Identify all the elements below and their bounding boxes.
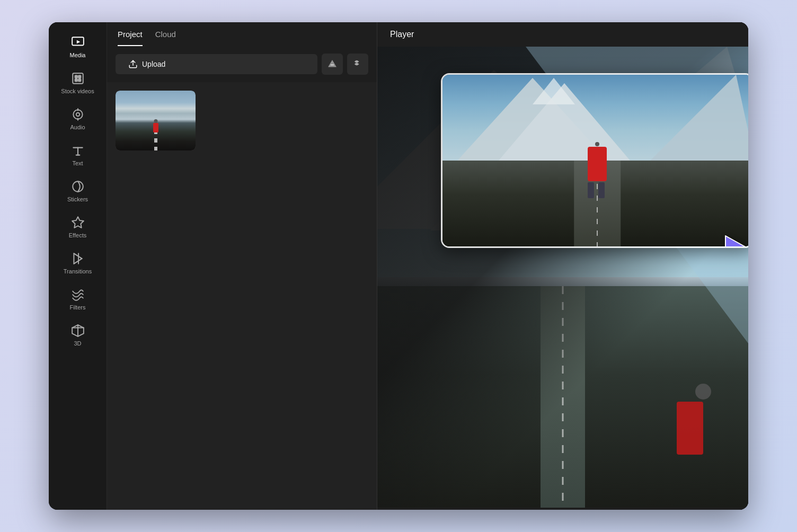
transitions-icon bbox=[70, 251, 85, 266]
player-title: Player bbox=[390, 30, 414, 39]
stock-videos-icon bbox=[70, 71, 85, 86]
tab-cloud[interactable]: Cloud bbox=[155, 22, 176, 46]
sidebar-item-label-filters: Filters bbox=[70, 304, 86, 311]
text-icon bbox=[70, 143, 85, 158]
svg-rect-6 bbox=[78, 79, 81, 81]
content-row: Project Cloud Upload bbox=[107, 22, 748, 510]
tab-project[interactable]: Project bbox=[118, 22, 143, 46]
sidebar-item-text[interactable]: Text bbox=[49, 137, 107, 173]
svg-line-16 bbox=[74, 253, 82, 259]
media-thumbnail[interactable] bbox=[116, 91, 196, 150]
sidebar-item-3d[interactable]: 3D bbox=[49, 317, 107, 353]
cursor-icon bbox=[720, 230, 748, 248]
sidebar: Media Stock videos bbox=[49, 22, 107, 510]
sidebar-item-label-stock: Stock videos bbox=[61, 88, 94, 94]
sidebar-item-stickers[interactable]: Stickers bbox=[49, 173, 107, 209]
sidebar-item-transitions[interactable]: Transitions bbox=[49, 245, 107, 281]
upload-button[interactable]: Upload bbox=[116, 54, 317, 74]
media-grid bbox=[107, 82, 377, 159]
effects-icon bbox=[70, 215, 85, 230]
floating-card-inner bbox=[442, 75, 748, 246]
player-canvas bbox=[377, 47, 748, 508]
3d-icon bbox=[70, 323, 85, 338]
upload-label: Upload bbox=[142, 60, 165, 68]
svg-rect-4 bbox=[78, 76, 81, 78]
dropbox-icon bbox=[353, 59, 362, 69]
svg-marker-1 bbox=[76, 40, 80, 44]
svg-rect-2 bbox=[73, 73, 83, 84]
sidebar-item-effects[interactable]: Effects bbox=[49, 209, 107, 245]
app-window: Media Stock videos bbox=[49, 22, 748, 510]
audio-icon bbox=[70, 107, 85, 122]
bg-person-right bbox=[690, 402, 716, 455]
svg-marker-22 bbox=[725, 236, 748, 248]
sidebar-item-label-3d: 3D bbox=[74, 340, 81, 347]
sidebar-item-label-media: Media bbox=[70, 52, 86, 58]
media-icon bbox=[70, 35, 85, 50]
sidebar-item-label-text: Text bbox=[72, 160, 83, 166]
floating-card bbox=[441, 73, 748, 248]
dropbox-button[interactable] bbox=[347, 54, 368, 75]
upload-icon bbox=[128, 59, 138, 69]
sidebar-item-filters[interactable]: Filters bbox=[49, 281, 107, 317]
filters-icon bbox=[70, 287, 85, 302]
svg-point-7 bbox=[73, 110, 82, 119]
google-drive-button[interactable] bbox=[322, 54, 343, 75]
svg-point-14 bbox=[73, 181, 83, 192]
main-content: Project Cloud Upload bbox=[107, 22, 748, 510]
sidebar-item-label-transitions: Transitions bbox=[64, 268, 92, 274]
svg-rect-5 bbox=[75, 79, 77, 81]
svg-point-8 bbox=[76, 113, 79, 117]
sidebar-item-label-stickers: Stickers bbox=[67, 196, 88, 202]
tabs-row: Project Cloud bbox=[107, 22, 377, 46]
sidebar-item-label-effects: Effects bbox=[69, 232, 86, 238]
media-panel: Project Cloud Upload bbox=[107, 22, 377, 510]
google-drive-icon bbox=[327, 59, 337, 69]
sidebar-item-label-audio: Audio bbox=[70, 124, 85, 130]
sidebar-item-stock-videos[interactable]: Stock videos bbox=[49, 65, 107, 101]
svg-marker-15 bbox=[72, 217, 84, 228]
player-header: Player bbox=[377, 22, 748, 47]
svg-line-17 bbox=[74, 259, 82, 264]
toolbar-row: Upload bbox=[107, 46, 377, 82]
svg-rect-3 bbox=[75, 76, 77, 78]
sidebar-item-media[interactable]: Media bbox=[49, 29, 107, 65]
sidebar-item-audio[interactable]: Audio bbox=[49, 101, 107, 137]
player-area: Player bbox=[377, 22, 748, 510]
stickers-icon bbox=[70, 179, 85, 194]
